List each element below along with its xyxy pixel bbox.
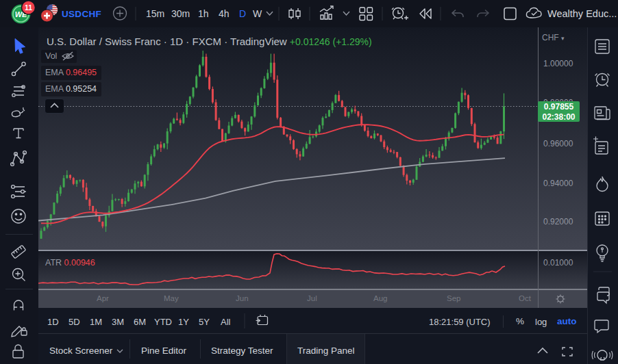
svg-text:1h: 1h [198,8,209,19]
svg-text:W: W [253,8,262,19]
svg-text:11: 11 [25,3,32,12]
svg-text:D: D [239,8,246,19]
svg-text:15m: 15m [146,8,164,19]
svg-text:Wealthy Educ...: Wealthy Educ... [547,8,617,19]
svg-text:USDCHF: USDCHF [62,9,101,19]
svg-text:30m: 30m [171,8,190,19]
svg-text:4h: 4h [219,8,230,19]
